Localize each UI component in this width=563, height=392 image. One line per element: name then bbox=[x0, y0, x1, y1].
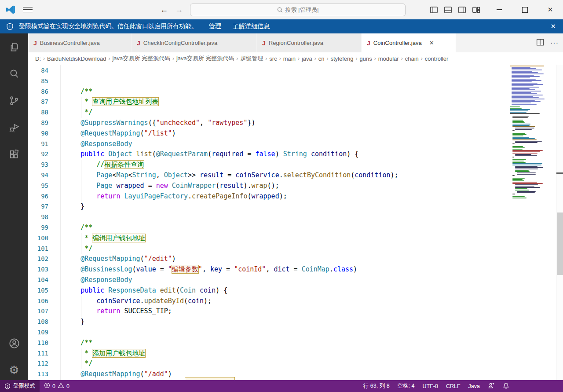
code-line-107[interactable]: 107 return SUCCESS_TIP; bbox=[28, 306, 508, 317]
code-line-104[interactable]: 104 @ResponseBody bbox=[28, 275, 508, 286]
breadcrumb-item[interactable]: D: bbox=[35, 55, 41, 62]
code-line-91[interactable]: 91 @ResponseBody bbox=[28, 139, 508, 150]
code-line-101[interactable]: 101 */ bbox=[28, 244, 508, 254]
breadcrumb-item[interactable]: guns bbox=[360, 55, 372, 62]
code-line-96[interactable]: 96 return LayuiPageFactory.createPageInf… bbox=[28, 191, 508, 202]
tab-checkinconfigcontroller-java[interactable]: JCheckInConfigController.java bbox=[132, 33, 257, 52]
language-mode-status[interactable]: Java bbox=[468, 383, 480, 389]
code-line-95[interactable]: 95 Page wrapped = new CoinWrapper(result… bbox=[28, 181, 508, 191]
run-debug-icon[interactable] bbox=[0, 117, 28, 138]
learn-more-link[interactable]: 了解详细信息 bbox=[233, 22, 270, 30]
problems-status[interactable]: 0 0 bbox=[40, 382, 74, 390]
code-line-112[interactable]: 112 */ bbox=[28, 359, 508, 369]
breadcrumb-item[interactable]: stylefeng bbox=[330, 55, 353, 62]
code-token: coinService bbox=[96, 297, 140, 305]
indent-guide bbox=[81, 348, 81, 359]
encoding-status[interactable]: UTF-8 bbox=[423, 383, 438, 389]
banner-close-icon[interactable]: ✕ bbox=[550, 19, 556, 33]
code-line-97[interactable]: 97 } bbox=[28, 201, 508, 212]
more-actions-icon[interactable]: ··· bbox=[550, 39, 559, 47]
minimap-line bbox=[512, 157, 514, 158]
tab-coincontroller-java[interactable]: JCoinController.java✕ bbox=[362, 33, 456, 52]
breadcrumb-item[interactable]: controller bbox=[425, 55, 448, 62]
search-command-center[interactable]: 搜索 [管理员] bbox=[190, 4, 406, 16]
breadcrumb-item[interactable]: 超级管理 bbox=[240, 55, 263, 62]
eol-status[interactable]: CRLF bbox=[446, 383, 461, 389]
toggle-sidebar-icon[interactable] bbox=[429, 5, 439, 15]
code-line-103[interactable]: 103 @BussinessLog(value = "编辑参数", key = … bbox=[28, 264, 508, 275]
breadcrumb-item[interactable]: BaiduNetdiskDownload bbox=[47, 55, 106, 62]
line-text: Page wrapped = new CoinWrapper(result).w… bbox=[65, 181, 279, 191]
breadcrumb-item[interactable]: main bbox=[283, 55, 296, 62]
code-line-99[interactable]: 99 /** bbox=[28, 223, 508, 233]
tab-close-icon[interactable]: ✕ bbox=[429, 40, 434, 46]
code-line-110[interactable]: 110 /** bbox=[28, 338, 508, 348]
code-line-105[interactable]: 105 public ResponseData edit(Coin coin) … bbox=[28, 286, 508, 296]
line-number: 106 bbox=[28, 296, 48, 307]
breadcrumb-item[interactable]: chain bbox=[405, 55, 419, 62]
breadcrumb-item[interactable]: src bbox=[269, 55, 277, 62]
cursor-position-status[interactable]: 行 63, 列 8 bbox=[363, 382, 390, 390]
minimap-line bbox=[512, 178, 525, 179]
breadcrumb-item[interactable]: modular bbox=[378, 55, 399, 62]
code-line-93[interactable]: 93 //根据条件查询 bbox=[28, 160, 508, 170]
code-line-102[interactable]: 102 @RequestMapping("/edit") bbox=[28, 254, 508, 264]
back-arrow-icon[interactable]: ← bbox=[158, 4, 170, 15]
code-line-90[interactable]: 90 @RequestMapping("/list") bbox=[28, 128, 508, 139]
search-sidebar-icon[interactable] bbox=[0, 64, 28, 84]
code-line-86[interactable]: 86 /** bbox=[28, 87, 508, 97]
breadcrumb-item[interactable]: java bbox=[302, 55, 312, 62]
maximize-button[interactable] bbox=[512, 0, 537, 19]
source-control-icon[interactable] bbox=[0, 91, 28, 111]
scrollbar-thumb[interactable] bbox=[557, 212, 563, 275]
close-window-button[interactable]: ✕ bbox=[537, 0, 563, 19]
code-line-113[interactable]: 113 @RequestMapping("/add") bbox=[28, 369, 508, 380]
code-line-108[interactable]: 108 } bbox=[28, 317, 508, 327]
breadcrumb-item[interactable]: java交易所 完整源代码 bbox=[176, 55, 234, 62]
unicode-highlight-token: 编辑参数 bbox=[172, 265, 198, 273]
editor-scrollbar[interactable] bbox=[556, 65, 563, 380]
code-token: "unchecked" bbox=[156, 119, 200, 127]
code-line-94[interactable]: 94 Page<Map<String, Object>> result = co… bbox=[28, 170, 508, 181]
tab-regioncontroller-java[interactable]: JRegionController.java bbox=[257, 33, 362, 52]
breadcrumb-item[interactable]: java交易所 完整源代码 bbox=[112, 55, 170, 62]
minimize-button[interactable] bbox=[486, 0, 512, 19]
minimap-line bbox=[512, 183, 543, 184]
line-number: 103 bbox=[28, 264, 48, 275]
code-line-106[interactable]: 106 coinService.updateById(coin); bbox=[28, 296, 508, 307]
split-editor-icon[interactable] bbox=[536, 38, 544, 48]
code-token: "/add" bbox=[144, 370, 168, 378]
notifications-bell-icon[interactable] bbox=[503, 382, 509, 390]
settings-gear-icon[interactable]: ⚙ bbox=[0, 360, 28, 380]
indentation-status[interactable]: 空格: 4 bbox=[398, 382, 415, 390]
code-line-109[interactable]: 109 bbox=[28, 327, 508, 338]
toggle-secondary-sidebar-icon[interactable] bbox=[457, 5, 467, 15]
line-number: 105 bbox=[28, 286, 48, 296]
code-line-92[interactable]: 92 public Object list(@RequestParam(requ… bbox=[28, 149, 508, 160]
breadcrumb-item[interactable]: cn bbox=[318, 55, 325, 62]
extensions-icon[interactable] bbox=[0, 144, 28, 165]
menu-icon[interactable] bbox=[23, 4, 36, 15]
customize-layout-icon[interactable] bbox=[472, 5, 481, 15]
code-line-88[interactable]: 88 */ bbox=[28, 107, 508, 118]
restricted-mode-status[interactable]: 受限模式 bbox=[0, 380, 40, 392]
code-line-87[interactable]: 87 * 查询用户钱包地址列表 bbox=[28, 97, 508, 107]
indent-guide bbox=[81, 181, 81, 191]
toggle-panel-icon[interactable] bbox=[443, 5, 453, 15]
tab-businesscontroller-java[interactable]: JBusinessController.java bbox=[28, 33, 132, 52]
code-editor[interactable]: 848586 /**87 * 查询用户钱包地址列表88 */89 @Suppre… bbox=[28, 65, 563, 380]
explorer-icon[interactable] bbox=[0, 37, 28, 57]
minimap-line bbox=[515, 154, 531, 155]
code-line-84[interactable]: 84 bbox=[28, 66, 508, 76]
minimap[interactable] bbox=[509, 66, 556, 379]
code-line-89[interactable]: 89 @SuppressWarnings({"unchecked", "rawt… bbox=[28, 118, 508, 128]
manage-link[interactable]: 管理 bbox=[209, 22, 221, 30]
account-icon[interactable] bbox=[0, 333, 28, 353]
code-line-111[interactable]: 111 * 添加用户钱包地址 bbox=[28, 348, 508, 359]
feedback-icon[interactable] bbox=[488, 382, 495, 390]
code-line-98[interactable]: 98 bbox=[28, 212, 508, 223]
code-line-100[interactable]: 100 * 编辑用户钱包地址 bbox=[28, 233, 508, 244]
code-token: @ResponseBody bbox=[80, 140, 132, 148]
title-bar: ← → 搜索 [管理员] ✕ bbox=[0, 0, 563, 19]
code-line-85[interactable]: 85 bbox=[28, 76, 508, 87]
